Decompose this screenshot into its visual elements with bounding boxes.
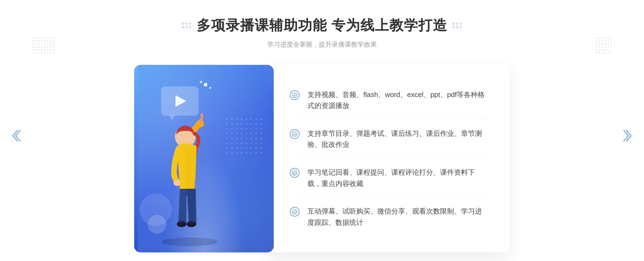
feature-item-3: 学习笔记回看、课程提问、课程评论打分、课件资料下载，重点内容收藏 — [290, 159, 488, 197]
feature-item-4: 互动弹幕、试听购买、微信分享、观看次数限制、学习进度跟踪、数据统计 — [290, 198, 488, 236]
feature-text-4: 互动弹幕、试听购买、微信分享、观看次数限制、学习进度跟踪、数据统计 — [308, 206, 488, 228]
title-row: 多项录播课辅助功能 专为线上教学打造 — [182, 16, 462, 35]
feature-item-1: 支持视频、音频、flash、word、excel、ppt、pdf等各种格式的资源… — [290, 81, 488, 120]
check-icon-3 — [290, 168, 299, 178]
features-card: 支持视频、音频、flash、word、excel、ppt、pdf等各种格式的资源… — [268, 65, 510, 252]
check-icon-1 — [290, 90, 299, 100]
svg-point-9 — [292, 210, 297, 214]
feature-item-2: 支持章节目录、弹题考试、课后练习、课后作业、章节测验、批改作业 — [290, 120, 488, 159]
main-subtitle: 学习进度全掌握，提升录播课教学效果 — [182, 40, 462, 49]
main-title: 多项录播课辅助功能 专为线上教学打造 — [197, 16, 447, 35]
person-illustration — [134, 65, 274, 252]
header-section: 多项录播课辅助功能 专为线上教学打造 学习进度全掌握，提升录播课教学效果 — [182, 16, 462, 49]
page-container: for(let i=0;i<48;i++) document.currentSc… — [0, 0, 644, 261]
illustration-card: for(let i=0;i<64;i++) document.currentSc… — [134, 65, 274, 252]
content-section: for(let i=0;i<64;i++) document.currentSc… — [134, 65, 510, 252]
svg-point-7 — [292, 132, 297, 136]
svg-point-8 — [292, 171, 297, 175]
check-icon-2 — [290, 129, 299, 139]
feature-text-3: 学习笔记回看、课程提问、课程评论打分、课件资料下载，重点内容收藏 — [308, 167, 488, 189]
right-chevron[interactable] — [623, 129, 633, 145]
check-icon-4 — [290, 207, 299, 217]
title-deco-right — [453, 23, 462, 28]
deco-dots-left-top: for(let i=0;i<48;i++) document.currentSc… — [32, 38, 54, 54]
title-deco-left — [182, 23, 191, 28]
svg-point-0 — [162, 237, 218, 246]
svg-point-3 — [174, 180, 181, 186]
deco-dots-right-top: for(let i=0;i<36;i++) document.currentSc… — [596, 38, 612, 54]
left-chevron[interactable] — [11, 129, 21, 145]
svg-point-6 — [292, 93, 297, 97]
feature-text-2: 支持章节目录、弹题考试、课后练习、课后作业、章节测验、批改作业 — [308, 128, 488, 150]
feature-text-1: 支持视频、音频、flash、word、excel、ppt、pdf等各种格式的资源… — [308, 89, 488, 111]
